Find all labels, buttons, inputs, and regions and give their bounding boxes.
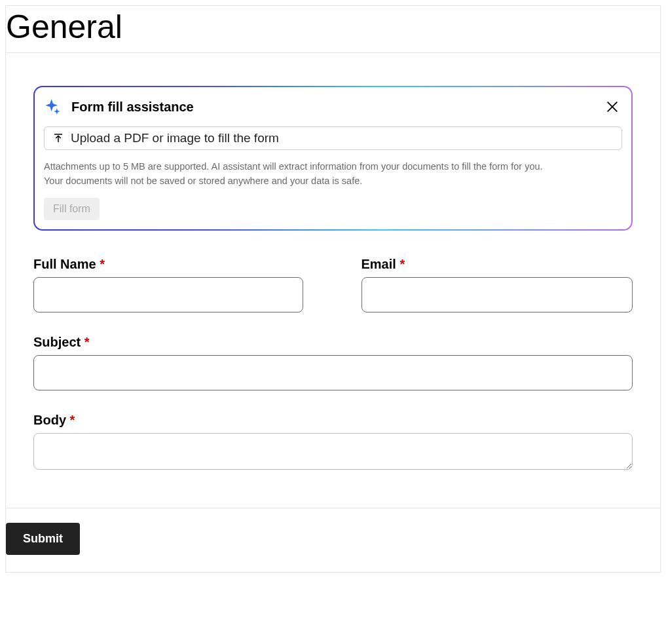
assist-header: Form fill assistance [44, 98, 622, 116]
full-name-input[interactable] [33, 277, 303, 313]
page-footer: Submit [6, 508, 660, 572]
email-label: Email * [361, 257, 633, 272]
upload-row[interactable]: Upload a PDF or image to fill the form [44, 126, 622, 150]
body-textarea[interactable] [33, 433, 633, 470]
full-name-label: Full Name * [33, 257, 305, 272]
email-label-text: Email [361, 257, 396, 271]
form-grid: Full Name * Email * Subject * [33, 257, 633, 495]
form-area: Form fill assistance [6, 53, 660, 508]
email-input[interactable] [361, 277, 633, 313]
upload-label: Upload a PDF or image to fill the form [71, 131, 279, 145]
body-label: Body * [33, 413, 633, 428]
subject-label: Subject * [33, 335, 633, 350]
full-name-label-text: Full Name [33, 257, 96, 271]
form-fill-assistance-inner: Form fill assistance [35, 87, 631, 229]
field-email: Email * [361, 257, 633, 313]
page-title: General [6, 6, 660, 48]
sparkle-icon [44, 98, 62, 116]
close-icon[interactable] [605, 100, 620, 114]
required-asterisk: * [84, 335, 90, 349]
upload-icon [52, 132, 64, 144]
required-asterisk: * [399, 257, 405, 271]
subject-label-text: Subject [33, 335, 81, 349]
assist-title: Form fill assistance [71, 100, 596, 115]
assist-desc-line1: Attachments up to 5 MB are supported. AI… [44, 159, 622, 174]
fill-form-button[interactable]: Fill form [44, 198, 100, 220]
submit-button[interactable]: Submit [6, 523, 80, 555]
field-full-name: Full Name * [33, 257, 305, 313]
field-body: Body * [33, 413, 633, 472]
form-fill-assistance-panel: Form fill assistance [33, 86, 633, 231]
body-label-text: Body [33, 413, 66, 427]
subject-input[interactable] [33, 355, 633, 390]
required-asterisk: * [70, 413, 75, 427]
assist-description: Attachments up to 5 MB are supported. AI… [44, 159, 622, 189]
page-header: General [6, 6, 660, 53]
field-subject: Subject * [33, 335, 633, 390]
assist-desc-line2: Your documents will not be saved or stor… [44, 174, 622, 188]
page-container: General Form fill assistance [5, 5, 661, 573]
required-asterisk: * [100, 257, 105, 271]
